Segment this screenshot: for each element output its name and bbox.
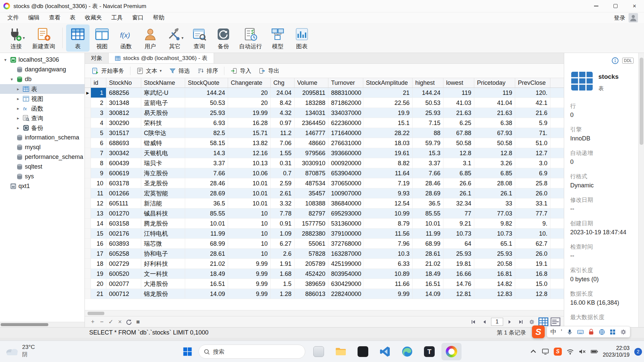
- cell-Changerate[interactable]: 10: [228, 229, 271, 238]
- cell-Pricetoday[interactable]: 12.8: [474, 148, 515, 158]
- cell-Pricetoday[interactable]: 9.82: [474, 219, 515, 228]
- cell-PrevClose[interactable]: 77.7: [515, 208, 550, 218]
- cell-Volume[interactable]: 886013: [294, 289, 328, 299]
- cell-highest[interactable]: 68.99: [413, 239, 443, 248]
- table-row[interactable]: 4300290荣科技6.9316.280.9723644506223600001…: [85, 118, 564, 128]
- cell-id[interactable]: 2: [91, 98, 106, 108]
- cell-id[interactable]: 16: [91, 239, 106, 248]
- cell-StockAmplitude[interactable]: 10.3: [363, 249, 413, 258]
- sogou-skin[interactable]: [588, 329, 594, 335]
- tree-item-mysql[interactable]: mysql: [0, 142, 85, 152]
- cell-Turnover[interactable]: 653904000: [328, 168, 363, 178]
- cell-Volume[interactable]: 35457: [294, 188, 328, 198]
- cell-StockNo[interactable]: 688693: [106, 138, 141, 148]
- cell-PrevClose[interactable]: 9.: [515, 219, 550, 228]
- sogou-tools[interactable]: [620, 329, 627, 335]
- grid-view-button[interactable]: [538, 317, 548, 326]
- cell-lowest[interactable]: 41.03: [443, 98, 474, 108]
- tray-display-icon[interactable]: [542, 348, 549, 355]
- cell-lowest[interactable]: 9.21: [443, 219, 474, 228]
- cell-lowest[interactable]: 64: [443, 239, 474, 248]
- tree-item-查询[interactable]: ▸查询: [0, 113, 85, 123]
- cell-id[interactable]: 9: [91, 168, 106, 178]
- add-record-button[interactable]: +: [88, 317, 97, 326]
- cell-id[interactable]: 18: [91, 259, 106, 268]
- cell-StockQuote[interactable]: 144.24: [185, 88, 228, 98]
- cell-StockName[interactable]: 铖昌科技: [141, 208, 185, 218]
- cell-highest[interactable]: 16.51: [413, 279, 443, 289]
- column-header-Turnover[interactable]: Turnover: [328, 78, 363, 87]
- cell-Turnover[interactable]: 100907000: [328, 188, 363, 198]
- column-header-PrevClose[interactable]: PrevClose: [515, 78, 550, 87]
- cell-Chg[interactable]: 7.06: [271, 138, 294, 148]
- cell-id[interactable]: 17: [91, 249, 106, 258]
- cell-highest[interactable]: 11.99: [413, 229, 443, 238]
- sogou-panel[interactable]: [609, 329, 616, 335]
- tree-item-dangdangwang[interactable]: dangdangwang: [0, 65, 85, 74]
- cell-lowest[interactable]: 32.34: [443, 198, 474, 208]
- cell-Changerate[interactable]: 15.71: [228, 128, 271, 138]
- cell-Volume[interactable]: 146777: [294, 128, 328, 138]
- cell-Pricetoday[interactable]: 26.1: [474, 188, 515, 198]
- menu-item-帮助[interactable]: 帮助: [148, 12, 169, 23]
- cell-Volume[interactable]: 870875: [294, 168, 328, 178]
- cell-Turnover[interactable]: 695293000: [328, 208, 363, 218]
- cell-lowest[interactable]: 26.1: [443, 188, 474, 198]
- cell-Changerate[interactable]: 9.99: [228, 289, 271, 299]
- tree-item-performance_schema[interactable]: performance_schema: [0, 152, 85, 162]
- cell-id[interactable]: 7: [91, 148, 106, 158]
- cell-StockAmplitude[interactable]: 7.96: [363, 239, 413, 248]
- cell-StockQuote[interactable]: 21.02: [185, 259, 228, 268]
- cell-PrevClose[interactable]: 120.: [515, 88, 550, 98]
- cell-StockNo[interactable]: 605111: [106, 198, 141, 208]
- cell-PrevClose[interactable]: 26.0: [515, 249, 550, 258]
- table-button[interactable]: 表: [66, 24, 90, 52]
- backup-button[interactable]: 备份: [212, 24, 235, 52]
- prev-record-button[interactable]: [480, 317, 489, 326]
- cell-id[interactable]: 14: [91, 219, 106, 228]
- cell-lowest[interactable]: 12.81: [443, 289, 474, 299]
- cell-Volume[interactable]: 487534: [294, 178, 328, 188]
- other-button[interactable]: ▾其它: [163, 24, 187, 52]
- grid-hscroll-thumb[interactable]: [88, 312, 104, 315]
- cell-StockAmplitude[interactable]: 11.56: [363, 229, 413, 238]
- collapsed-arrow-icon[interactable]: ▸: [15, 96, 21, 101]
- first-record-button[interactable]: [469, 317, 478, 326]
- sidebar-horizontal-scrollbar[interactable]: [0, 322, 85, 327]
- cell-Chg[interactable]: 1.28: [271, 289, 294, 299]
- cell-lowest[interactable]: 12.8: [443, 148, 474, 158]
- tree-item-表[interactable]: ▸表: [0, 84, 85, 94]
- cell-PrevClose[interactable]: 5.9: [515, 118, 550, 128]
- cell-StockQuote[interactable]: 82.5: [185, 128, 228, 138]
- cell-StockNo[interactable]: 002176: [106, 229, 141, 238]
- cell-Chg[interactable]: 8.42: [271, 98, 294, 108]
- cell-StockName[interactable]: 协和电子: [141, 249, 185, 258]
- table-row[interactable]: 7300342天银机电14.312.161.559795663936600001…: [85, 148, 564, 158]
- cell-PrevClose[interactable]: 51.0: [515, 138, 550, 148]
- column-header-highest[interactable]: highest: [413, 78, 443, 87]
- cell-Changerate[interactable]: 10.06: [228, 168, 271, 178]
- sogou-net[interactable]: [599, 329, 605, 335]
- cell-Changerate[interactable]: 20: [228, 98, 271, 108]
- cell-PrevClose[interactable]: 15.0: [515, 279, 550, 289]
- cell-Chg[interactable]: 7.78: [271, 208, 294, 218]
- cell-Turnover[interactable]: 386840000: [328, 198, 363, 208]
- taskbar-search[interactable]: 搜索: [199, 345, 305, 359]
- cell-Turnover[interactable]: 372768000: [328, 239, 363, 248]
- cell-Chg[interactable]: 1.55: [271, 148, 294, 158]
- cell-StockAmplitude[interactable]: 28.22: [363, 128, 413, 138]
- cell-StockAmplitude[interactable]: 8.82: [363, 158, 413, 168]
- cell-Pricetoday[interactable]: 21.63: [474, 108, 515, 118]
- collapsed-arrow-icon[interactable]: ▸: [15, 116, 21, 121]
- column-header-Volume[interactable]: Volume: [294, 78, 328, 87]
- page-input[interactable]: [491, 318, 503, 326]
- cell-highest[interactable]: 21.02: [413, 259, 443, 268]
- cell-Changerate[interactable]: 13.82: [228, 138, 271, 148]
- cell-StockNo[interactable]: 301348: [106, 98, 141, 108]
- cell-lowest[interactable]: 19.81: [443, 259, 474, 268]
- taskbar-app-vscode[interactable]: [375, 343, 395, 360]
- cell-StockAmplitude[interactable]: 7.19: [363, 178, 413, 188]
- menu-item-编辑[interactable]: 编辑: [23, 12, 44, 23]
- cell-highest[interactable]: 18.49: [413, 269, 443, 279]
- cell-Chg[interactable]: 11.2: [271, 128, 294, 138]
